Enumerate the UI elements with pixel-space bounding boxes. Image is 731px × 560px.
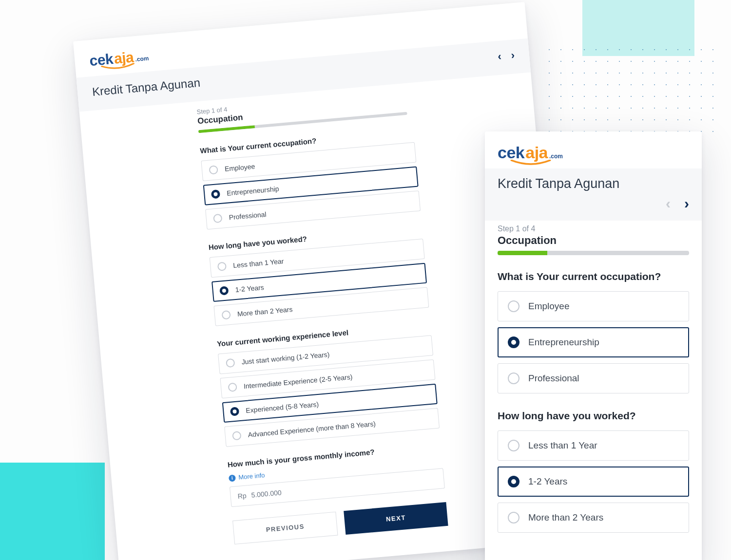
option-label: 1-2 Years <box>235 283 264 294</box>
option-label: Professional <box>229 210 267 222</box>
option-label: Less than 1 Year <box>233 257 284 269</box>
question-label: How long have you worked? <box>498 410 689 422</box>
option-label: Employee <box>528 301 570 312</box>
logo-suffix: .com <box>549 153 563 162</box>
option-label: 1-2 Years <box>528 476 567 487</box>
radio-option-employee[interactable]: Employee <box>498 291 689 321</box>
radio-icon <box>228 382 237 392</box>
income-value: 5.000.000 <box>251 488 282 499</box>
previous-button[interactable]: PREVIOUS <box>232 512 338 544</box>
question-income: How much is your gross monthly income? i… <box>227 442 445 507</box>
nav-arrows: ‹ › <box>498 196 689 214</box>
radio-icon <box>221 310 231 320</box>
radio-icon <box>209 165 218 175</box>
form-area: What is Your current occupation? Employe… <box>485 255 702 533</box>
header-strip: Kredit Tanpa Agunan ‹ › <box>485 168 702 221</box>
logo-suffix: .com <box>135 55 150 65</box>
logo-row: cek aja .com <box>485 131 702 168</box>
question-tenure: How long have you worked? Less than 1 Ye… <box>498 410 689 533</box>
radio-icon <box>211 189 221 199</box>
mobile-form-card: cek aja .com Kredit Tanpa Agunan ‹ › Ste… <box>485 131 702 560</box>
brand-logo: cek aja .com <box>498 143 689 162</box>
nav-arrows: ‹ › <box>497 50 515 62</box>
radio-icon <box>232 431 242 441</box>
radio-icon <box>508 512 519 523</box>
radio-option[interactable]: Less than 1 Year <box>498 430 689 461</box>
next-step-button[interactable]: › <box>511 50 515 61</box>
info-icon: i <box>229 474 236 482</box>
more-info-label: More info <box>238 471 265 481</box>
radio-icon <box>508 336 519 348</box>
radio-icon <box>508 300 519 312</box>
option-label: Just start working (1-2 Years) <box>241 351 330 366</box>
radio-icon <box>508 373 519 384</box>
question-experience: Your current working experience level Ju… <box>217 321 440 447</box>
option-label: Intermediate Experience (2-5 Years) <box>243 373 353 390</box>
step-count: Step 1 of 4 <box>498 224 689 233</box>
option-label: Professional <box>528 373 579 384</box>
question-occupation: What is Your current occupation? Employe… <box>498 271 689 393</box>
button-row: PREVIOUS NEXT <box>232 502 448 544</box>
logo-part-aja: aja <box>525 143 548 162</box>
radio-icon <box>219 286 229 296</box>
radio-icon <box>508 476 519 487</box>
option-label: More than 2 Years <box>237 305 293 318</box>
radio-option-entrepreneurship[interactable]: Entrepreneurship <box>498 327 689 357</box>
option-label: More than 2 Years <box>528 512 603 523</box>
radio-icon <box>217 261 227 271</box>
step-name: Occupation <box>498 234 689 247</box>
question-label: What is Your current occupation? <box>498 271 689 282</box>
option-label: Entrepreneurship <box>528 337 599 348</box>
radio-icon <box>508 440 519 451</box>
progress-bar <box>498 251 689 255</box>
decorative-block-teal-large <box>0 463 105 560</box>
prev-step-button[interactable]: ‹ <box>666 196 671 211</box>
page-title: Kredit Tanpa Agunan <box>498 168 689 191</box>
option-label: Employee <box>224 162 255 172</box>
radio-icon <box>226 358 235 368</box>
option-label: Experienced (5-8 Years) <box>246 400 319 414</box>
currency-prefix: Rp <box>237 492 247 500</box>
logo-part-cek: cek <box>498 143 524 162</box>
decorative-dots <box>543 44 719 141</box>
form-area: What is Your current occupation? Employe… <box>198 114 448 544</box>
radio-option[interactable]: 1-2 Years <box>498 467 689 497</box>
radio-icon <box>213 214 223 224</box>
radio-option[interactable]: More than 2 Years <box>498 503 689 533</box>
radio-option-professional[interactable]: Professional <box>498 363 689 393</box>
question-occupation: What is Your current occupation? Employe… <box>200 128 421 230</box>
step-indicator: Step 1 of 4 Occupation <box>485 221 702 255</box>
prev-step-button[interactable]: ‹ <box>497 51 501 62</box>
option-label: Less than 1 Year <box>528 440 597 451</box>
question-tenure: How long have you worked? Less than 1 Ye… <box>208 224 429 326</box>
option-label: Entrepreneurship <box>227 185 279 197</box>
progress-fill <box>498 251 547 255</box>
radio-icon <box>230 407 240 416</box>
next-step-button[interactable]: › <box>684 196 689 211</box>
option-label: Advanced Experience (more than 8 Years) <box>248 420 376 439</box>
next-button[interactable]: NEXT <box>344 502 448 535</box>
